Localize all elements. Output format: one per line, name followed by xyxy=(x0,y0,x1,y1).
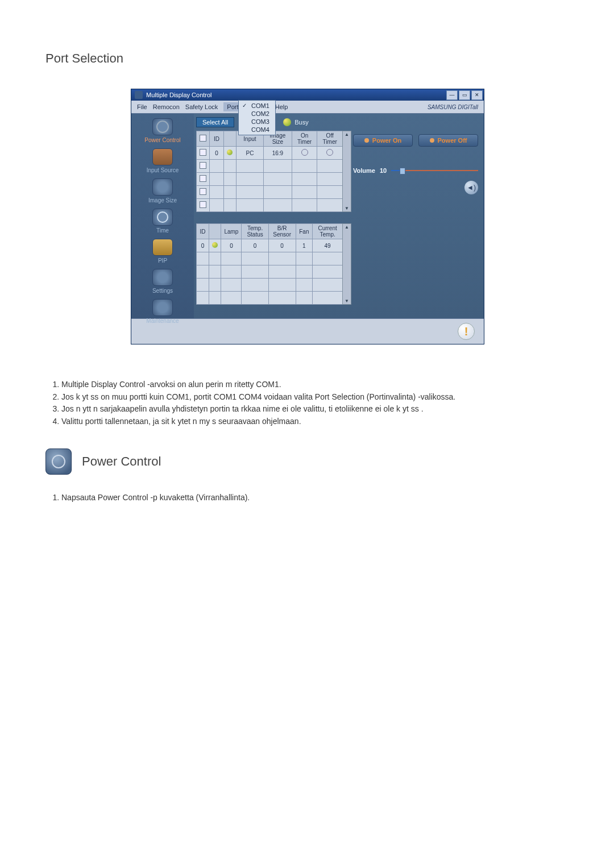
table-row[interactable] xyxy=(197,265,343,279)
menu-file[interactable]: File xyxy=(137,103,147,110)
app-icon xyxy=(135,91,143,99)
power-on-label: Power On xyxy=(372,137,401,144)
sidebar-item-power-control[interactable]: Power Control xyxy=(144,118,180,143)
table-header-row: ID Lamp Temp. Status B/R Sensor Fan Curr… xyxy=(197,224,343,239)
col-on-timer: On Timer xyxy=(292,131,317,147)
volume-control[interactable]: Volume 10 xyxy=(353,167,478,174)
section-heading-power-control-row: Power Control xyxy=(45,448,569,475)
sidebar-item-image-size[interactable]: Image Size xyxy=(148,178,177,203)
col-current-temp: Current Temp. xyxy=(313,224,343,239)
close-button[interactable]: ✕ xyxy=(471,90,483,100)
speaker-icon[interactable]: ◄) xyxy=(464,181,478,194)
status-dot-icon xyxy=(212,242,218,248)
power-on-button[interactable]: Power On xyxy=(353,134,413,147)
info-icon[interactable]: ! xyxy=(458,323,475,340)
clock-icon xyxy=(152,209,173,226)
list-item: Valittu portti tallennetaan, ja sit k yt… xyxy=(61,416,569,428)
status-dot-icon xyxy=(227,149,233,155)
volume-slider[interactable] xyxy=(391,170,478,171)
cell-br: 0 xyxy=(268,239,296,252)
on-timer-icon xyxy=(301,149,308,156)
sidebar-item-maintenance[interactable]: Maintenance xyxy=(146,299,179,324)
table-row[interactable]: 0 0 0 0 1 49 xyxy=(197,239,343,252)
cell-image-size: 16:9 xyxy=(264,147,292,160)
row-checkbox[interactable] xyxy=(200,149,206,156)
scrollbar[interactable] xyxy=(342,223,351,305)
input-source-icon xyxy=(152,148,173,165)
menu-remocon[interactable]: Remocon xyxy=(153,103,180,110)
cell-temp-status: 0 xyxy=(242,239,268,252)
app-screenshot: Multiple Display Control — ▭ ✕ File Remo… xyxy=(131,89,483,344)
power-off-button[interactable]: Power Off xyxy=(418,134,478,147)
bullet-icon xyxy=(430,138,434,143)
cell-id: 0 xyxy=(197,239,209,252)
table-row[interactable] xyxy=(197,186,343,199)
center-panel: COM1 COM2 COM3 COM4 Select All Busy xyxy=(194,114,350,318)
menu-help[interactable]: Help xyxy=(275,103,288,110)
port-option-com2[interactable]: COM2 xyxy=(239,110,275,118)
col-id: ID xyxy=(209,131,223,147)
power-off-label: Power Off xyxy=(438,137,467,144)
power-icon xyxy=(152,118,173,135)
window-title: Multiple Display Control xyxy=(146,92,446,98)
table-row[interactable] xyxy=(197,292,343,305)
table-row[interactable] xyxy=(197,160,343,173)
header-checkbox[interactable] xyxy=(200,135,206,142)
list-item: Napsauta Power Control -p kuvaketta (Vir… xyxy=(61,492,569,504)
power-control-notes: Napsauta Power Control -p kuvaketta (Vir… xyxy=(45,492,569,504)
lower-grid[interactable]: ID Lamp Temp. Status B/R Sensor Fan Curr… xyxy=(196,223,343,305)
col-fan: Fan xyxy=(296,224,313,239)
port-selection-dropdown[interactable]: COM1 COM2 COM3 COM4 xyxy=(238,100,276,135)
table-row[interactable] xyxy=(197,252,343,265)
port-selection-notes: Multiple Display Control -arvoksi on alu… xyxy=(45,379,569,428)
sidebar-item-label: Time xyxy=(156,227,169,234)
port-option-com3[interactable]: COM3 xyxy=(239,118,275,126)
sidebar-item-label: Maintenance xyxy=(146,318,179,324)
table-row[interactable] xyxy=(197,173,343,186)
pip-icon xyxy=(152,239,173,256)
volume-label: Volume xyxy=(353,167,375,174)
cell-ctemp: 49 xyxy=(313,239,343,252)
section-heading-port-selection: Port Selection xyxy=(45,51,569,66)
sidebar-item-label: Power Control xyxy=(144,137,180,143)
cell-lamp: 0 xyxy=(221,239,242,252)
volume-value: 10 xyxy=(380,167,387,174)
right-panel: Power On Power Off Volume 10 ◄) xyxy=(350,114,484,318)
table-row[interactable]: 0 PC 16:9 xyxy=(197,147,343,160)
sidebar-item-pip[interactable]: PIP xyxy=(152,239,173,264)
sidebar-item-label: Settings xyxy=(152,288,173,294)
section-heading-power-control: Power Control xyxy=(82,454,161,469)
busy-indicator: Busy xyxy=(283,118,308,126)
busy-label: Busy xyxy=(294,119,308,126)
list-item: Jos n ytt n sarjakaapelin avulla yhdiste… xyxy=(61,403,569,416)
titlebar: Multiple Display Control — ▭ ✕ xyxy=(131,89,484,101)
menu-safety-lock[interactable]: Safety Lock xyxy=(185,103,218,110)
cell-input: PC xyxy=(236,147,263,160)
busy-dot-icon xyxy=(283,118,291,126)
table-row[interactable] xyxy=(197,279,343,292)
port-option-com4[interactable]: COM4 xyxy=(239,126,275,134)
port-option-com1[interactable]: COM1 xyxy=(239,102,275,110)
maximize-button[interactable]: ▭ xyxy=(459,90,470,100)
gear-icon xyxy=(152,269,173,286)
sidebar-item-input-source[interactable]: Input Source xyxy=(147,148,179,173)
col-lamp: Lamp xyxy=(221,224,242,239)
maintenance-icon xyxy=(152,299,173,316)
col-temp-status: Temp. Status xyxy=(242,224,268,239)
scrollbar[interactable] xyxy=(342,131,351,212)
table-row[interactable] xyxy=(197,199,343,212)
sidebar-item-label: Input Source xyxy=(147,167,179,173)
sidebar-item-settings[interactable]: Settings xyxy=(152,269,173,294)
sidebar-item-time[interactable]: Time xyxy=(152,209,173,234)
upper-grid[interactable]: ID Input Image Size On Timer Off Timer 0 xyxy=(196,131,343,212)
list-item: Jos k yt ss on muu portti kuin COM1, por… xyxy=(61,391,569,404)
menubar: File Remocon Safety Lock Port Selection … xyxy=(131,101,484,114)
brand-label: SAMSUNG DIGITall xyxy=(428,104,478,110)
minimize-button[interactable]: — xyxy=(446,90,458,100)
select-all-button[interactable]: Select All xyxy=(196,117,234,127)
col-off-timer: Off Timer xyxy=(317,131,343,147)
cell-fan: 1 xyxy=(296,239,313,252)
col-id: ID xyxy=(197,224,209,239)
sidebar: Power Control Input Source Image Size Ti… xyxy=(131,114,194,318)
off-timer-icon xyxy=(326,149,333,156)
